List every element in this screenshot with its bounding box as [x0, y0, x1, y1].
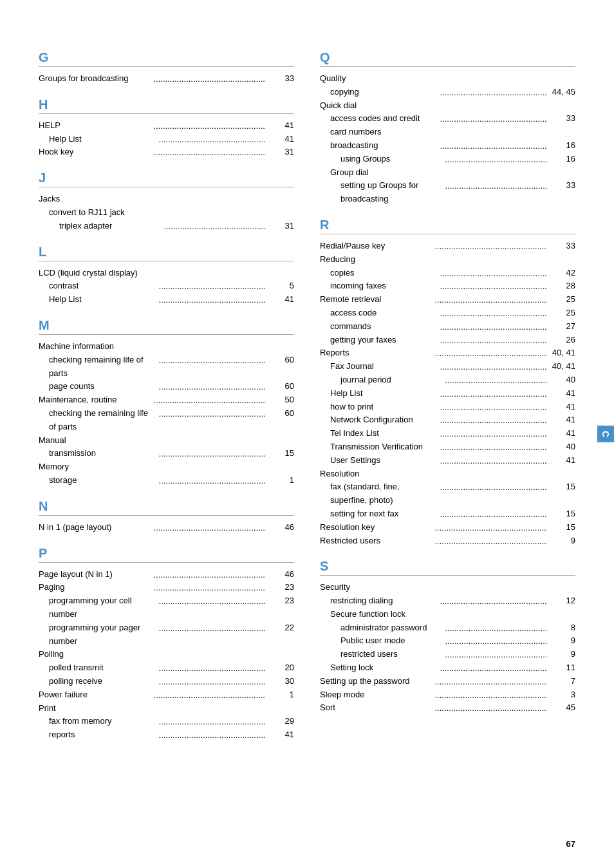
index-entry: N in 1 (page layout)46: [39, 521, 294, 534]
index-entry: Paging23: [39, 581, 294, 594]
entry-page: 16: [550, 139, 575, 153]
entry-dots: [445, 153, 548, 167]
entry-label: Maintenance, routine: [39, 393, 151, 407]
entry-page: 45: [550, 701, 575, 715]
entry-dots: [440, 441, 548, 455]
entry-page: 46: [268, 521, 294, 534]
entry-page: 41: [268, 133, 294, 146]
entry-page: 15: [268, 447, 294, 460]
index-entry: Redial/Pause key33: [320, 240, 575, 253]
entry-dots: [159, 133, 266, 147]
entry-dots: [440, 388, 548, 401]
entry-label: Sleep mode: [320, 688, 433, 702]
entry-dots: [154, 73, 266, 86]
entry-dots: [440, 414, 548, 428]
page: GGroups for broadcasting33HHELP41Help Li…: [0, 0, 614, 868]
index-entry: administrator password8: [320, 621, 575, 635]
entry-dots: [164, 220, 266, 234]
section-s: SSecurityrestricting dialing12Secure fun…: [320, 559, 575, 715]
entry-label: journal period: [340, 373, 443, 387]
entry-label: User Settings: [330, 454, 438, 467]
entry-label: N in 1 (page layout): [39, 521, 151, 534]
entry-label: how to print: [330, 401, 438, 414]
index-entry: Setting lock11: [320, 661, 575, 675]
index-entry: transmission15: [39, 447, 294, 460]
entry-label: triplex adapter: [59, 220, 162, 233]
index-entry: HELP41: [39, 119, 294, 133]
entry-label: LCD (liquid crystal display): [39, 267, 294, 280]
entry-page: 7: [550, 675, 575, 688]
entry-dots: [435, 294, 548, 307]
section-header-l: L: [39, 245, 294, 259]
entry-label: transmission: [49, 447, 156, 460]
entry-dots: [159, 381, 266, 394]
entry-page: 41: [550, 413, 575, 427]
index-entry: Group dial: [320, 166, 575, 180]
index-entry: copying44, 45: [320, 86, 575, 99]
index-entry: Resolution key15: [320, 521, 575, 534]
index-entry: Fax Journal40, 41: [320, 360, 575, 373]
index-entry: Transmission Verification40: [320, 440, 575, 454]
entry-label: Quick dial: [320, 99, 575, 113]
entry-label: Manual: [39, 434, 294, 448]
entry-dots: [159, 595, 266, 622]
entry-label: Secure function lock: [330, 608, 575, 621]
entry-dots: [440, 508, 548, 522]
entry-label: fax from memory: [49, 715, 156, 728]
entry-dots: [440, 428, 548, 441]
index-entry: Secure function lock: [320, 608, 575, 621]
entry-page: 3: [550, 688, 575, 702]
index-entry: Reports40, 41: [320, 346, 575, 360]
entry-page: 20: [268, 661, 294, 675]
entry-label: Reports: [320, 346, 433, 360]
index-entry: polled transmit20: [39, 661, 294, 675]
entry-label: Print: [39, 702, 294, 715]
index-entry: Maintenance, routine50: [39, 393, 294, 407]
index-entry: access code25: [320, 307, 575, 320]
index-entry: storage1: [39, 474, 294, 487]
entry-label: Public user mode: [340, 634, 443, 648]
section-divider-g: [39, 66, 294, 67]
section-header-s: S: [320, 559, 575, 574]
entry-page: 25: [550, 293, 575, 307]
entry-label: incoming faxes: [330, 279, 438, 293]
entry-label: page counts: [49, 380, 156, 393]
entry-dots: [159, 294, 266, 307]
entry-label: Paging: [39, 581, 151, 594]
entry-page: 1: [268, 688, 294, 702]
entry-dots: [154, 120, 266, 133]
index-entry: Help List41: [39, 133, 294, 146]
entry-page: 23: [268, 594, 294, 621]
entry-page: 9: [550, 534, 575, 548]
entry-label: checking the remaining life of parts: [49, 407, 156, 434]
entry-dots: [159, 448, 266, 461]
entry-dots: [154, 569, 266, 582]
entry-page: 41: [550, 401, 575, 414]
index-entry: contrast5: [39, 279, 294, 293]
entry-dots: [154, 394, 266, 408]
entry-label: Memory: [39, 460, 294, 474]
entry-label: reports: [49, 728, 156, 742]
index-entry: fax from memory29: [39, 715, 294, 728]
section-p: PPage layout (N in 1)46Paging23programmi…: [39, 546, 294, 742]
entry-label: Remote retrieval: [320, 293, 433, 307]
index-entry: checking remaining life of parts60: [39, 354, 294, 381]
entry-dots: [159, 475, 266, 488]
entry-page: 33: [550, 240, 575, 253]
entry-label: Power failure: [39, 688, 151, 702]
entry-page: 15: [550, 521, 575, 534]
index-entry: Reducing: [320, 253, 575, 267]
left-column: GGroups for broadcasting33HHELP41Help Li…: [39, 39, 294, 829]
entry-page: 33: [268, 72, 294, 86]
entry-page: 27: [550, 320, 575, 334]
entry-label: storage: [49, 474, 156, 487]
entry-label: HELP: [39, 119, 151, 133]
entry-dots: [159, 675, 266, 689]
entry-page: 41: [268, 119, 294, 133]
entry-label: Resolution key: [320, 521, 433, 534]
section-header-h: H: [39, 97, 294, 112]
tab-c: C: [597, 426, 614, 442]
entry-label: polled transmit: [49, 661, 156, 675]
entry-label: Quality: [320, 72, 575, 86]
entry-dots: [159, 408, 266, 435]
